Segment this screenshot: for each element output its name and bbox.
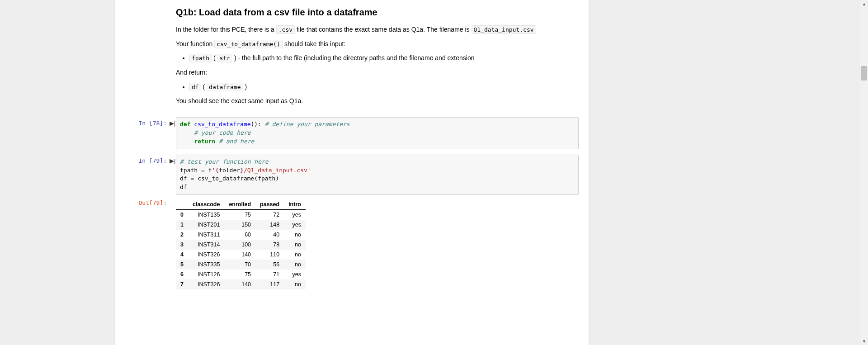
tok: csv_to_dataframe(fpath): [194, 175, 279, 182]
run-icon: ▶|: [170, 157, 175, 164]
code-cell-78: In [78]: ▶| def csv_to_dataframe(): # de…: [115, 117, 589, 149]
code-funcname: csv_to_dataframe(): [214, 40, 283, 48]
df-cell: 75: [224, 269, 255, 279]
df-cell: 100: [224, 240, 255, 250]
code-79-wrap: # test your function here fpath = f'{fol…: [176, 155, 589, 195]
df-cell: 70: [224, 260, 255, 269]
input-list: fpath ( str ) - the full path to the fil…: [176, 53, 589, 63]
df-cell: 110: [255, 250, 284, 260]
input-list-item: fpath ( str ) - the full path to the fil…: [189, 53, 589, 63]
li1-mid: (: [212, 54, 217, 61]
run-cell-78-button[interactable]: ▶|: [170, 117, 176, 127]
df-cell: no: [284, 260, 306, 269]
code-cell-79: In [79]: ▶| # test your function here fp…: [115, 155, 589, 195]
tok: [215, 138, 219, 145]
notebook-container: Q1b: Load data from a csv file into a da…: [115, 0, 589, 345]
table-row: 4INST326140110no: [176, 250, 306, 260]
li2-post: ): [243, 83, 247, 90]
df-col-header: classcode: [188, 199, 224, 210]
code-dataframe: dataframe: [207, 83, 243, 91]
markdown-arrow-col: [170, 3, 176, 5]
df-index-header: [176, 199, 188, 210]
viewport: Q1b: Load data from a csv file into a da…: [0, 0, 868, 345]
df-cell: INST326: [188, 250, 224, 260]
li1-post: ) - the full path to the file (including…: [232, 54, 474, 61]
df-cell: 56: [255, 260, 284, 269]
p2-pre: Your function: [176, 40, 214, 47]
markdown-prompt: [115, 3, 170, 8]
df-index: 5: [176, 260, 188, 269]
paragraph-note: You should see the exact same input as Q…: [176, 96, 589, 106]
scroll-down-button[interactable]: ▼: [860, 337, 868, 345]
table-row: 3INST31410078no: [176, 240, 306, 250]
df-index: 0: [176, 210, 188, 220]
df-index: 7: [176, 279, 188, 289]
code-fpath: fpath: [189, 54, 212, 62]
df-col-header: intro: [284, 199, 306, 210]
scroll-up-button[interactable]: ▲: [860, 0, 868, 8]
tok: return: [194, 138, 215, 145]
tok: def: [180, 121, 190, 128]
table-row: 7INST326140117no: [176, 279, 306, 289]
df-cell: 150: [224, 220, 255, 230]
out-arrow-col: [170, 197, 176, 199]
df-cell: INST314: [188, 240, 224, 250]
code-78-wrap: def csv_to_dataframe(): # define your pa…: [176, 117, 589, 149]
df-cell: INST201: [188, 220, 224, 230]
df-cell: 148: [255, 220, 284, 230]
paragraph-intro: In the folder for this PCE, there is a .…: [176, 25, 589, 35]
tok: fpath: [180, 167, 201, 174]
p2-post: should take this input:: [283, 40, 345, 47]
df-cell: 71: [255, 269, 284, 279]
p1-pre: In the folder for this PCE, there is a: [176, 26, 276, 33]
tok: }: [240, 167, 244, 174]
df-head-row: classcode enrolled passed intro: [176, 199, 306, 210]
return-list-item: df ( dataframe ): [189, 82, 589, 92]
df-cell: yes: [284, 210, 306, 220]
tok: # and here: [219, 138, 254, 145]
return-list: df ( dataframe ): [176, 82, 589, 92]
scrollbar-thumb[interactable]: [861, 66, 867, 80]
df-cell: 78: [255, 240, 284, 250]
paragraph-function: Your function csv_to_dataframe() should …: [176, 39, 589, 49]
table-row: 2INST3116040no: [176, 230, 306, 240]
code-78-editor[interactable]: def csv_to_dataframe(): # define your pa…: [176, 117, 579, 149]
tok: df: [180, 184, 187, 190]
code-filename: Q1_data_input.csv: [472, 25, 536, 34]
df-cell: 75: [224, 210, 255, 220]
df-index: 4: [176, 250, 188, 260]
df-head: classcode enrolled passed intro: [176, 199, 306, 210]
tok: # test your function here: [180, 158, 269, 165]
markdown-cell: Q1b: Load data from a csv file into a da…: [115, 3, 589, 111]
run-icon: ▶|: [170, 120, 175, 127]
tok: =: [201, 167, 205, 174]
tok: # define your parameters: [265, 121, 350, 128]
df-index: 3: [176, 240, 188, 250]
df-cell: INST126: [188, 269, 224, 279]
p1-mid: file that contains the exact same data a…: [295, 26, 471, 33]
tok: {: [215, 167, 219, 174]
vertical-scrollbar[interactable]: ▲ ▼: [860, 0, 868, 345]
df-body: 0INST1357572yes 1INST201150148yes 2INST3…: [176, 210, 306, 290]
df-cell: INST326: [188, 279, 224, 289]
df-cell: INST311: [188, 230, 224, 240]
df-cell: no: [284, 240, 306, 250]
table-row: 5INST3357056no: [176, 260, 306, 269]
table-row: 6INST1267571yes: [176, 269, 306, 279]
dataframe-table: classcode enrolled passed intro 0INST135…: [176, 199, 306, 289]
df-index: 2: [176, 230, 188, 240]
li2-mid: (: [201, 83, 207, 90]
df-cell: 40: [255, 230, 284, 240]
paragraph-return: And return:: [176, 68, 589, 78]
df-cell: yes: [284, 269, 306, 279]
tok: df: [180, 175, 190, 182]
df-cell: no: [284, 250, 306, 260]
run-cell-79-button[interactable]: ▶|: [170, 155, 176, 164]
out-79-content: classcode enrolled passed intro 0INST135…: [176, 197, 589, 289]
markdown-content: Q1b: Load data from a csv file into a da…: [176, 3, 589, 111]
df-cell: INST335: [188, 260, 224, 269]
out-79-prompt: Out[79]:: [115, 197, 170, 209]
df-index: 6: [176, 269, 188, 279]
output-cell-79: Out[79]: classcode enrolled passed intro: [115, 197, 589, 289]
code-79-editor[interactable]: # test your function here fpath = f'{fol…: [176, 155, 579, 195]
